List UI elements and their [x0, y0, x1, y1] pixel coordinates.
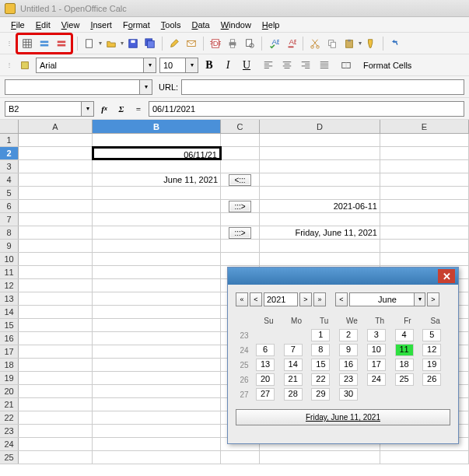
- cell-E25[interactable]: [380, 451, 469, 464]
- calendar-day[interactable]: 24: [367, 373, 386, 386]
- cell-A20[interactable]: [19, 385, 93, 397]
- format-paint-icon[interactable]: [363, 36, 379, 51]
- cell-E10[interactable]: [380, 253, 469, 265]
- popup-titlebar[interactable]: ✕: [228, 268, 458, 285]
- nav-button[interactable]: :::>: [229, 201, 250, 212]
- paste-icon[interactable]: [341, 36, 357, 51]
- cell-E7[interactable]: [380, 213, 469, 226]
- function-wizard-icon[interactable]: fx: [97, 102, 111, 116]
- cell-B21[interactable]: [93, 398, 221, 411]
- calendar-day[interactable]: 29: [311, 388, 330, 401]
- calendar-day[interactable]: 4: [395, 329, 414, 341]
- cell-A3[interactable]: [19, 160, 93, 173]
- tool-button-3[interactable]: [54, 36, 69, 51]
- month-prev-button[interactable]: <: [335, 292, 348, 306]
- cell-B18[interactable]: [93, 359, 221, 371]
- row-header[interactable]: 25: [0, 451, 19, 464]
- calendar-day[interactable]: 13: [256, 359, 275, 371]
- cell-E4[interactable]: [380, 173, 469, 186]
- cell-A24[interactable]: [19, 438, 93, 450]
- cell-D2[interactable]: [260, 147, 380, 159]
- selected-date-bar[interactable]: Friday, June 11, 2021: [236, 409, 450, 425]
- cell-B5[interactable]: [93, 187, 221, 199]
- cell-D25[interactable]: [260, 451, 380, 464]
- format-cells-label[interactable]: Format Cells: [360, 61, 415, 70]
- cell-A16[interactable]: [19, 332, 93, 345]
- cell-B16[interactable]: [93, 332, 221, 345]
- col-header-c[interactable]: C: [221, 120, 260, 133]
- cell-B3[interactable]: [93, 160, 221, 173]
- cell-A14[interactable]: [19, 306, 93, 318]
- nav-button[interactable]: :::>: [229, 227, 250, 239]
- font-size-combo[interactable]: 10: [159, 58, 198, 73]
- spellcheck-icon[interactable]: ABC: [266, 36, 282, 51]
- row-header[interactable]: 7: [0, 213, 19, 226]
- align-center-icon[interactable]: [279, 58, 295, 73]
- copy-icon[interactable]: [324, 36, 340, 51]
- cell-A21[interactable]: [19, 398, 93, 411]
- menu-help[interactable]: Help: [257, 19, 285, 31]
- print-icon[interactable]: [225, 36, 240, 51]
- cell-A7[interactable]: [19, 213, 93, 226]
- cut-icon[interactable]: [307, 36, 323, 51]
- cell-D9[interactable]: [260, 240, 380, 252]
- dropdown-icon[interactable]: [143, 58, 156, 72]
- font-name-combo[interactable]: Arial: [36, 58, 156, 73]
- calendar-day[interactable]: 14: [284, 359, 303, 371]
- calendar-day[interactable]: 21: [284, 373, 303, 386]
- pdf-icon[interactable]: PDF: [208, 36, 223, 51]
- cell-B12[interactable]: [93, 279, 221, 292]
- row-header[interactable]: 15: [0, 319, 19, 331]
- row-header[interactable]: 16: [0, 332, 19, 345]
- new-doc-icon[interactable]: [82, 36, 97, 51]
- cell-E2[interactable]: [380, 147, 469, 159]
- cell-B9[interactable]: [93, 240, 221, 252]
- calendar-day[interactable]: 20: [256, 373, 275, 386]
- cell-D4[interactable]: [260, 173, 380, 186]
- url-input[interactable]: [181, 79, 464, 95]
- cell-B11[interactable]: [93, 266, 221, 278]
- bold-button[interactable]: B: [201, 58, 217, 73]
- preview-icon[interactable]: [242, 36, 257, 51]
- merge-cells-icon[interactable]: [338, 58, 354, 73]
- cell-D10[interactable]: [260, 253, 380, 265]
- cell-C9[interactable]: [221, 240, 260, 252]
- cell-B7[interactable]: [93, 213, 221, 226]
- cell-A25[interactable]: [19, 451, 93, 464]
- calendar-day[interactable]: 3: [367, 329, 386, 341]
- calendar-day[interactable]: 17: [367, 359, 386, 371]
- menu-edit[interactable]: Edit: [31, 19, 55, 31]
- year-input[interactable]: 2021: [264, 292, 298, 306]
- calendar-day[interactable]: 12: [422, 344, 441, 356]
- row-header[interactable]: 5: [0, 187, 19, 199]
- row-header[interactable]: 21: [0, 398, 19, 411]
- cell-C6[interactable]: :::>: [221, 200, 260, 212]
- year-next-button[interactable]: >: [299, 292, 312, 306]
- calendar-day[interactable]: 1: [311, 329, 330, 341]
- cell-C2[interactable]: [221, 147, 260, 159]
- cell-B10[interactable]: [93, 253, 221, 265]
- cell-A13[interactable]: [19, 292, 93, 305]
- cell-D5[interactable]: [260, 187, 380, 199]
- cell-reference-box[interactable]: B2: [5, 101, 94, 117]
- cell-A23[interactable]: [19, 425, 93, 437]
- align-justify-icon[interactable]: [317, 58, 332, 73]
- cell-A22[interactable]: [19, 411, 93, 424]
- cell-E9[interactable]: [380, 240, 469, 252]
- col-header-d[interactable]: D: [260, 120, 380, 133]
- cell-C10[interactable]: [221, 253, 260, 265]
- calendar-day[interactable]: 10: [367, 344, 386, 356]
- cell-C8[interactable]: :::>: [221, 226, 260, 239]
- row-header[interactable]: 17: [0, 345, 19, 358]
- menu-data[interactable]: Data: [187, 19, 214, 31]
- menu-format[interactable]: Format: [118, 19, 155, 31]
- cell-C1[interactable]: [221, 134, 260, 146]
- cell-A18[interactable]: [19, 359, 93, 371]
- calendar-day[interactable]: 16: [339, 359, 358, 371]
- row-header[interactable]: 14: [0, 306, 19, 318]
- menu-view[interactable]: View: [57, 19, 85, 31]
- calendar-day[interactable]: 18: [395, 359, 414, 371]
- cell-B22[interactable]: [93, 411, 221, 424]
- row-header[interactable]: 13: [0, 292, 19, 305]
- cell-B8[interactable]: [93, 226, 221, 239]
